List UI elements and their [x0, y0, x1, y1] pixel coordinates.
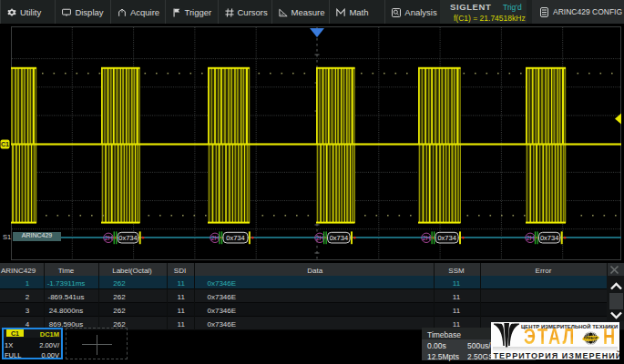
svg-text:C1: C1 [1, 141, 9, 147]
svg-text:0x734: 0x734 [540, 234, 558, 242]
svg-text:0x734: 0x734 [437, 234, 455, 242]
svg-text:0x734: 0x734 [226, 234, 244, 242]
svg-text:2H: 2H [423, 235, 431, 241]
svg-text:2H: 2H [316, 235, 324, 241]
svg-text:2H: 2H [211, 235, 220, 241]
svg-text:0x734: 0x734 [118, 234, 137, 242]
svg-text:0x734: 0x734 [330, 234, 348, 242]
svg-text:ПРИБОР: ПРИБОР [584, 337, 598, 340]
svg-text:2H: 2H [105, 235, 113, 241]
svg-text:2H: 2H [527, 235, 535, 241]
